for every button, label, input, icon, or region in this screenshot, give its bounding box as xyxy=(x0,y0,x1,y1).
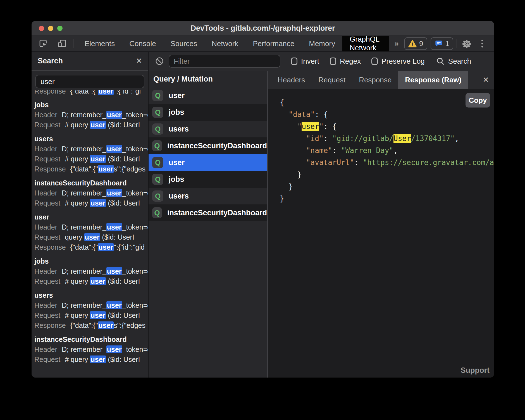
result-group-title[interactable]: instanceSecurityDashboard xyxy=(34,334,148,344)
result-group-title[interactable]: users xyxy=(34,290,148,300)
search-result-line[interactable]: Request# query user ($id: UserI xyxy=(34,354,148,364)
result-text: s":{"edges xyxy=(114,165,145,173)
device-toolbar-button[interactable] xyxy=(56,37,68,50)
query-row-user[interactable]: Quser xyxy=(149,154,267,171)
window-maximize-button[interactable] xyxy=(57,26,63,31)
search-results-list: Response{"data":{"user":{"id":"gijobsHea… xyxy=(32,90,148,364)
query-row-jobs[interactable]: Qjobs xyxy=(149,104,267,121)
tab-console[interactable]: Console xyxy=(122,36,163,51)
query-row-users[interactable]: Qusers xyxy=(149,121,267,137)
search-result-line[interactable]: Request# query user ($id: UserI xyxy=(34,154,148,164)
invert-label[interactable]: Invert xyxy=(301,57,319,66)
result-text: D; remember_ xyxy=(62,301,106,309)
search-toggle-button[interactable]: Search xyxy=(436,57,471,66)
copy-button[interactable]: Copy xyxy=(466,93,490,108)
preserve-log-checkbox[interactable] xyxy=(371,58,378,65)
search-result-line[interactable]: HeaderD; remember_user_token=e xyxy=(34,300,148,310)
preserve-log-label[interactable]: Preserve Log xyxy=(381,57,425,66)
result-group-title[interactable]: user xyxy=(34,212,148,222)
query-label: instanceSecurityDashboard xyxy=(167,209,267,217)
search-match-highlight: user xyxy=(90,121,106,129)
search-result-line[interactable]: HeaderD; remember_user_token=e xyxy=(34,222,148,232)
json-token xyxy=(280,122,297,131)
regex-checkbox[interactable] xyxy=(330,58,336,65)
search-match-highlight: user xyxy=(90,155,106,163)
json-token: "avatarUrl" xyxy=(306,158,354,167)
settings-button[interactable] xyxy=(460,37,473,50)
inspect-element-button[interactable] xyxy=(37,37,49,50)
search-result-line[interactable]: HeaderD; remember_user_token=e xyxy=(34,144,148,154)
query-type-icon: Q xyxy=(152,90,163,101)
result-group-title[interactable]: jobs xyxy=(34,100,148,110)
result-group: instanceSecurityDashboardHeaderD; rememb… xyxy=(34,178,148,208)
result-group-title[interactable]: jobs xyxy=(34,256,148,266)
result-line-label: Request xyxy=(34,277,60,285)
json-line: "data": { xyxy=(280,109,494,121)
tab-memory[interactable]: Memory xyxy=(302,36,342,51)
tab-graphql-network[interactable]: GraphQL Network xyxy=(342,36,389,51)
query-row-instanceSecurityDashboard[interactable]: QinstanceSecurityDashboard xyxy=(149,204,267,221)
query-row-instanceSecurityDashboard[interactable]: QinstanceSecurityDashboard xyxy=(149,137,267,154)
result-group-title[interactable]: instanceSecurityDashboard xyxy=(34,178,148,188)
search-match-highlight: user xyxy=(90,277,106,285)
search-result-line[interactable]: HeaderD; remember_user_token=e xyxy=(34,188,148,198)
json-token xyxy=(280,158,306,167)
support-link[interactable]: Support xyxy=(461,366,490,375)
search-result-line[interactable]: Request# query user ($id: UserI xyxy=(34,310,148,320)
detail-tab-response[interactable]: Response xyxy=(352,71,398,89)
result-group-title[interactable]: users xyxy=(34,134,148,144)
more-tabs-button[interactable]: » xyxy=(389,36,404,51)
tab-elements[interactable]: Elements xyxy=(77,36,122,51)
search-result-line[interactable]: Response{"data":{"users":{"edges xyxy=(34,320,148,330)
messages-badge[interactable]: 1 xyxy=(431,37,453,50)
search-result-line[interactable]: HeaderD; remember_user_token=e xyxy=(34,344,148,354)
query-type-icon: Q xyxy=(152,107,163,118)
detail-tab-headers[interactable]: Headers xyxy=(271,71,312,89)
search-result-line[interactable]: Response{"data":{"user":{"id":"gid xyxy=(34,242,148,252)
search-input[interactable] xyxy=(35,75,144,88)
search-close-button[interactable]: ✕ xyxy=(136,57,142,65)
detail-tab-response-raw-[interactable]: Response (Raw) xyxy=(398,71,468,89)
query-mutation-title: Query / Mutation xyxy=(153,75,213,83)
search-result-line[interactable]: Requestquery user ($id: UserI xyxy=(34,232,148,242)
search-result-line[interactable]: HeaderD; remember_user_token=e xyxy=(34,110,148,120)
result-group: userHeaderD; remember_user_token=eReques… xyxy=(34,212,148,252)
window-close-button[interactable] xyxy=(39,26,44,31)
search-result-line[interactable]: Request# query user ($id: UserI xyxy=(34,276,148,286)
query-type-icon: Q xyxy=(152,140,162,151)
search-result-line[interactable]: Response{"data":{"user":{"id":"gi xyxy=(34,90,148,96)
regex-label[interactable]: Regex xyxy=(340,57,361,66)
filter-input[interactable] xyxy=(169,55,280,68)
json-line: "id": "gid://gitlab/User/13704317", xyxy=(280,133,494,145)
filter-clear-button[interactable] xyxy=(155,56,164,66)
detail-close-button[interactable]: ✕ xyxy=(483,76,489,84)
tab-performance[interactable]: Performance xyxy=(245,36,302,51)
result-text: D; remember_ xyxy=(62,145,106,153)
more-options-button[interactable] xyxy=(476,37,488,50)
search-result-line[interactable]: HeaderD; remember_user_token=e xyxy=(34,266,148,276)
tab-label: GraphQL Network xyxy=(350,35,381,52)
query-row-jobs[interactable]: Qjobs xyxy=(149,171,267,188)
tab-label: Elements xyxy=(85,39,115,48)
result-line-label: Response xyxy=(34,165,66,173)
search-result-line[interactable]: Response{"data":{"users":{"edges xyxy=(34,164,148,174)
result-text: ($id: UserI xyxy=(106,199,140,207)
result-text: ($id: UserI xyxy=(106,355,140,363)
result-text: {"data":{" xyxy=(70,321,98,329)
json-token: } xyxy=(280,194,284,203)
tab-sources[interactable]: Sources xyxy=(163,36,204,51)
warnings-badge[interactable]: 9 xyxy=(404,37,427,50)
window-minimize-button[interactable] xyxy=(48,26,53,31)
search-result-line[interactable]: Request# query user ($id: UserI xyxy=(34,120,148,130)
tab-network[interactable]: Network xyxy=(204,36,245,51)
invert-checkbox[interactable] xyxy=(291,58,297,65)
kebab-menu-icon xyxy=(481,40,483,47)
search-match-highlight: user xyxy=(106,111,122,119)
query-row-users[interactable]: Qusers xyxy=(149,188,267,204)
checkbox-preserve-log: Preserve Log xyxy=(371,57,425,66)
query-row-user[interactable]: Quser xyxy=(149,87,267,104)
detail-panel: HeadersRequestResponseResponse (Raw) ✕ C… xyxy=(268,71,494,378)
result-line-label: Header xyxy=(34,145,57,153)
detail-tab-request[interactable]: Request xyxy=(312,71,352,89)
search-result-line[interactable]: Request# query user ($id: UserI xyxy=(34,198,148,208)
